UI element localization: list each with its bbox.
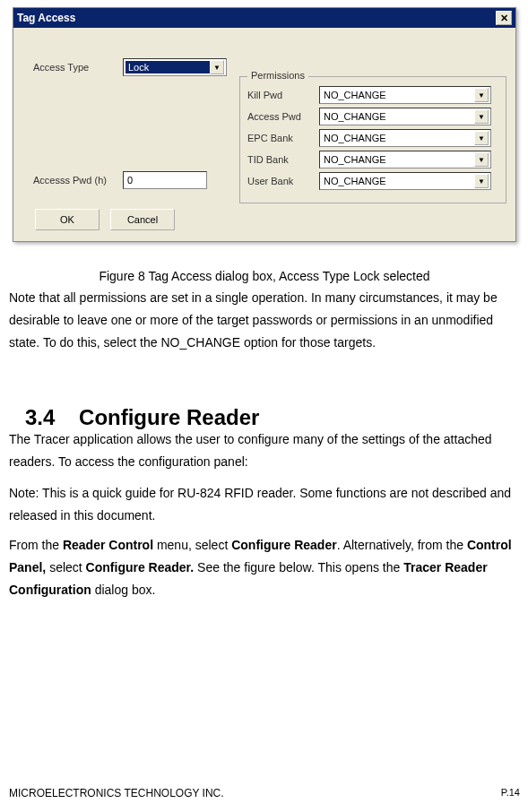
paragraph-permissions-note: Note that all permissions are set in a s… <box>9 287 520 355</box>
ok-button[interactable]: OK <box>35 209 100 230</box>
tid-bank-select[interactable]: NO_CHANGE ▼ <box>319 151 491 168</box>
perm-label: Kill Pwd <box>247 90 319 100</box>
cancel-button[interactable]: Cancel <box>110 209 175 230</box>
perm-row-epc-bank: EPC Bank NO_CHANGE ▼ <box>247 129 498 147</box>
perm-row-kill-pwd: Kill Pwd NO_CHANGE ▼ <box>247 86 498 104</box>
dialog-title: Tag Access <box>17 12 496 24</box>
chevron-down-icon[interactable]: ▼ <box>474 109 489 124</box>
select-value: NO_CHANGE <box>322 176 474 186</box>
access-pwd-label: Accesss Pwd (h) <box>33 175 123 186</box>
dialog-titlebar[interactable]: Tag Access ✕ <box>13 8 515 28</box>
perm-label: TID Bank <box>247 154 319 165</box>
perm-row-user-bank: User Bank NO_CHANGE ▼ <box>247 172 498 190</box>
footer-company: MICROELECTRONICS TECHNOLOGY INC. <box>9 787 224 799</box>
perm-label: User Bank <box>247 176 319 186</box>
access-type-select[interactable]: Lock ▼ <box>123 58 227 76</box>
access-pwd-row: Accesss Pwd (h) 0 <box>33 171 207 189</box>
figure-caption: Figure 8 Tag Access dialog box, Access T… <box>9 265 520 288</box>
close-button[interactable]: ✕ <box>496 11 512 25</box>
access-pwd-input[interactable]: 0 <box>123 171 207 189</box>
close-icon: ✕ <box>500 13 508 24</box>
paragraph-instructions: From the Reader Control menu, select Con… <box>9 534 520 602</box>
access-type-label: Access Type <box>33 62 123 73</box>
footer-page-number: P.14 <box>501 787 520 799</box>
permissions-legend: Permissions <box>247 70 308 81</box>
access-pwd-select[interactable]: NO_CHANGE ▼ <box>319 108 491 125</box>
access-type-value: Lock <box>126 61 210 73</box>
permissions-group: Permissions Kill Pwd NO_CHANGE ▼ Access … <box>239 76 506 203</box>
paragraph-intro: The Tracer application allows the user t… <box>9 428 520 473</box>
user-bank-select[interactable]: NO_CHANGE ▼ <box>319 172 491 190</box>
page-footer: MICROELECTRONICS TECHNOLOGY INC. P.14 <box>9 787 520 799</box>
chevron-down-icon[interactable]: ▼ <box>474 174 489 188</box>
button-row: OK Cancel <box>35 209 175 230</box>
perm-row-access-pwd: Access Pwd NO_CHANGE ▼ <box>247 108 498 125</box>
select-value: NO_CHANGE <box>322 154 474 165</box>
chevron-down-icon[interactable]: ▼ <box>474 131 489 145</box>
select-value: NO_CHANGE <box>322 111 474 122</box>
kill-pwd-select[interactable]: NO_CHANGE ▼ <box>319 86 491 104</box>
perm-row-tid-bank: TID Bank NO_CHANGE ▼ <box>247 151 498 168</box>
chevron-down-icon[interactable]: ▼ <box>474 152 489 167</box>
access-pwd-value: 0 <box>127 175 133 186</box>
access-type-row: Access Type Lock ▼ <box>33 58 227 76</box>
cancel-label: Cancel <box>127 214 158 225</box>
paragraph-note: Note: This is a quick guide for RU-824 R… <box>9 482 520 527</box>
perm-label: Access Pwd <box>247 111 319 122</box>
dialog-body: Access Type Lock ▼ Accesss Pwd (h) 0 Per… <box>13 28 515 241</box>
chevron-down-icon[interactable]: ▼ <box>474 88 489 102</box>
epc-bank-select[interactable]: NO_CHANGE ▼ <box>319 129 491 147</box>
ok-label: OK <box>60 214 74 225</box>
select-value: NO_CHANGE <box>322 90 474 100</box>
tag-access-dialog: Tag Access ✕ Access Type Lock ▼ Accesss … <box>13 7 516 242</box>
heading-number: 3.4 <box>25 405 55 429</box>
perm-label: EPC Bank <box>247 133 319 143</box>
heading-text: Configure Reader <box>79 405 259 429</box>
chevron-down-icon[interactable]: ▼ <box>210 60 224 74</box>
select-value: NO_CHANGE <box>322 133 474 143</box>
